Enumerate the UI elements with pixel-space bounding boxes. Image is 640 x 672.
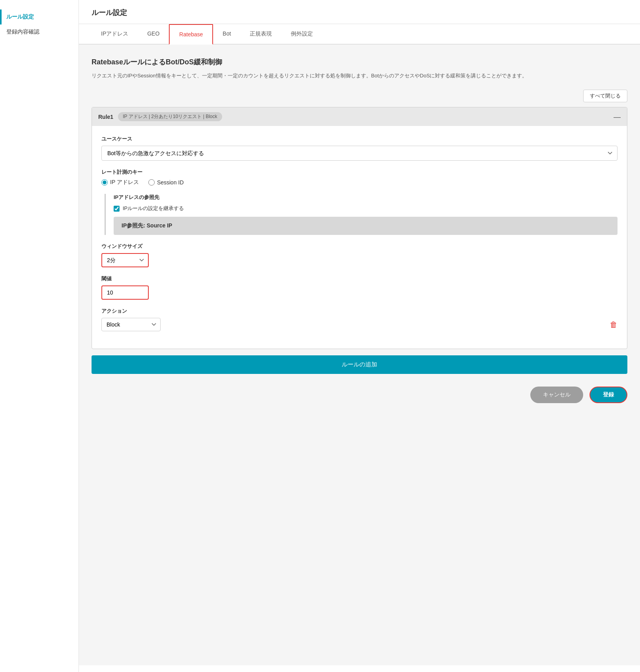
section-description: リクエスト元のIPやSession情報をキーとして、一定期間・一定のカウントを超… (92, 71, 627, 80)
window-size-label: ウィンドウサイズ (101, 243, 618, 250)
tab-regex[interactable]: 正規表現 (240, 24, 281, 45)
radio-session-id-input[interactable] (148, 179, 155, 186)
sidebar-item-label: ルール設定 (6, 13, 34, 20)
tab-bot[interactable]: Bot (213, 24, 240, 45)
footer-buttons: キャンセル 登録 (92, 387, 627, 409)
ip-ref-display: IP参照先: Source IP (114, 217, 618, 235)
page-header: ルール設定 (79, 0, 640, 24)
inherit-checkbox-label: IPルールの設定を継承する (123, 205, 184, 212)
action-select-wrapper: Block Allow Count CAPTCHA (101, 318, 161, 331)
add-rule-button[interactable]: ルールの追加 (92, 355, 627, 374)
section-title: RatebaseルールによるBot/DoS緩和制御 (92, 57, 627, 67)
content-area: RatebaseルールによるBot/DoS緩和制御 リクエスト元のIPやSess… (79, 45, 640, 665)
tab-geo[interactable]: GEO (138, 24, 169, 45)
rule-summary-tag: IP アドレス | 2分あたり10リクエスト | Block (118, 112, 222, 121)
use-case-select[interactable]: Bot等からの急激なアクセスに対応する カスタム設定 (101, 146, 618, 161)
action-select[interactable]: Block Allow Count CAPTCHA (101, 318, 161, 331)
action-row: Block Allow Count CAPTCHA 🗑 (101, 318, 618, 331)
rate-key-radio-group: IP アドレス Session ID (101, 179, 618, 186)
use-case-label: ユースケース (101, 135, 618, 143)
rule-collapse-button[interactable]: — (614, 113, 621, 120)
inherit-checkbox-row: IPルールの設定を継承する (114, 205, 618, 212)
close-all-row: すべて閉じる (92, 90, 627, 102)
rule-label: Rule1 (98, 114, 113, 120)
close-all-button[interactable]: すべて閉じる (583, 90, 627, 102)
sidebar-item-confirm-registration[interactable]: 登録内容確認 (6, 24, 72, 39)
tab-ip-address[interactable]: IPアドレス (92, 24, 138, 45)
threshold-input-wrapper (101, 285, 149, 300)
rate-key-label: レート計測のキー (101, 169, 618, 176)
threshold-group: 閾値 (101, 275, 618, 300)
sidebar: ルール設定 登録内容確認 (0, 0, 79, 672)
rate-key-group: レート計測のキー IP アドレス Session ID (101, 169, 618, 186)
ip-reference-section: IPアドレスの参照先 IPルールの設定を継承する IP参照先: Source I… (105, 194, 618, 235)
rule-card-body: ユースケース Bot等からの急激なアクセスに対応する カスタム設定 レート計測の… (92, 126, 627, 349)
action-label: アクション (101, 308, 618, 315)
rule-card: Rule1 IP アドレス | 2分あたり10リクエスト | Block — ユ… (92, 107, 627, 349)
radio-ip-address-input[interactable] (101, 179, 108, 186)
tab-exception[interactable]: 例外設定 (281, 24, 322, 45)
ip-ref-label: IPアドレスの参照先 (114, 194, 618, 201)
window-size-select[interactable]: 1分 2分 5分 10分 30分 (101, 253, 149, 267)
rule-card-header: Rule1 IP アドレス | 2分あたり10リクエスト | Block — (92, 107, 627, 126)
sidebar-item-label: 登録内容確認 (6, 28, 39, 35)
radio-ip-address[interactable]: IP アドレス (101, 179, 139, 186)
sidebar-item-rule-settings[interactable]: ルール設定 (6, 9, 72, 24)
tabs-container: IPアドレス GEO Ratebase Bot 正規表現 例外設定 (79, 24, 640, 45)
action-group: アクション Block Allow Count CAPTCHA 🗑 (101, 308, 618, 331)
page-title: ルール設定 (92, 8, 627, 17)
window-size-select-wrapper: 1分 2分 5分 10分 30分 (101, 253, 149, 267)
threshold-input[interactable] (101, 285, 149, 300)
radio-session-id[interactable]: Session ID (148, 179, 184, 186)
radio-session-id-label: Session ID (157, 179, 184, 186)
inherit-checkbox[interactable] (114, 206, 120, 212)
main-content: ルール設定 IPアドレス GEO Ratebase Bot 正規表現 例外設定 … (79, 0, 640, 672)
radio-ip-address-label: IP アドレス (110, 179, 139, 186)
register-button[interactable]: 登録 (589, 387, 627, 403)
window-size-group: ウィンドウサイズ 1分 2分 5分 10分 30分 (101, 243, 618, 267)
use-case-group: ユースケース Bot等からの急激なアクセスに対応する カスタム設定 (101, 135, 618, 161)
threshold-label: 閾値 (101, 275, 618, 282)
delete-rule-icon[interactable]: 🗑 (610, 320, 618, 329)
cancel-button[interactable]: キャンセル (530, 387, 583, 403)
tab-ratebase[interactable]: Ratebase (169, 24, 213, 45)
